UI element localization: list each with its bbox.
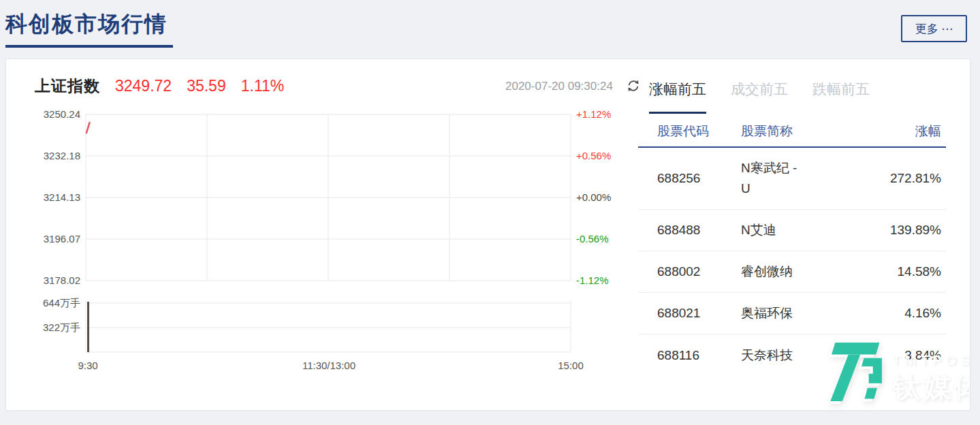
stock-code: 688488	[657, 220, 741, 240]
stock-name: 天奈科技	[741, 345, 806, 366]
refresh-icon[interactable]	[627, 79, 640, 93]
market-quotes-card: 上证指数 3249.72 35.59 1.11% 2020-07-20 09:3…	[5, 59, 970, 411]
x-tick-open: 9:30	[78, 360, 97, 371]
percent-tick: +0.56%	[576, 150, 611, 161]
stock-code: 688256	[657, 168, 741, 189]
table-row[interactable]: 688488 N艾迪 139.89%	[638, 210, 946, 251]
price-tick: 3214.13	[44, 191, 80, 203]
ranking-tabs: 涨幅前五 成交前五 跌幅前五	[649, 80, 870, 114]
index-value: 3249.72	[115, 77, 172, 95]
stock-change: 139.89%	[890, 220, 941, 240]
column-header-code: 股票代码	[657, 123, 741, 140]
table-row[interactable]: 688116 天奈科技 3.84%	[638, 334, 946, 376]
more-button-label: 更多 ⋯	[915, 21, 953, 37]
price-tick: 3178.02	[44, 274, 80, 286]
table-row[interactable]: 688256 N寒武纪 - U 272.81%	[638, 148, 946, 210]
index-intraday-chart: 3250.24 3232.18 3214.13 3196.07 3178.02 …	[6, 100, 626, 386]
table-row[interactable]: 688002 睿创微纳 14.58%	[638, 251, 946, 293]
quote-timestamp: 2020-07-20 09:30:24	[505, 80, 613, 93]
price-tick: 3196.07	[44, 233, 80, 245]
x-tick-close: 15:00	[558, 360, 584, 371]
price-tick: 3250.24	[44, 108, 80, 120]
table-row[interactable]: 688021 奥福环保 4.16%	[638, 293, 946, 334]
page-title: 科创板市场行情	[5, 12, 168, 36]
volume-bar	[87, 302, 89, 352]
percent-tick: +1.12%	[576, 108, 611, 120]
price-tick: 3232.18	[44, 150, 80, 161]
stock-name: N艾迪	[741, 220, 806, 240]
page-header: 科创板市场行情 更多 ⋯	[5, 10, 975, 53]
percent-tick: -1.12%	[576, 274, 609, 286]
x-tick-noon: 11:30/13:00	[302, 360, 355, 371]
column-header-name: 股票简称	[741, 123, 806, 140]
stock-change: 3.84%	[904, 345, 941, 366]
stock-code: 688021	[657, 303, 741, 324]
stock-name: 奥福环保	[741, 303, 806, 324]
gainers-table: 股票代码 股票简称 涨幅 688256 N寒武纪 - U 272.81% 688…	[638, 121, 946, 376]
volume-tick: 644万手	[43, 297, 80, 309]
percent-tick: -0.56%	[576, 233, 609, 245]
more-button[interactable]: 更多 ⋯	[901, 15, 967, 42]
index-change: 35.59	[187, 77, 226, 95]
percent-tick: +0.00%	[576, 191, 611, 203]
page-title-underline: 科创板市场行情	[5, 10, 173, 48]
stock-name: 睿创微纳	[741, 262, 806, 282]
index-name: 上证指数	[35, 76, 100, 97]
index-change-percent: 1.11%	[241, 77, 285, 95]
tab-top-volume[interactable]: 成交前五	[731, 80, 788, 114]
volume-tick: 322万手	[43, 321, 80, 333]
table-header-row: 股票代码 股票简称 涨幅	[638, 121, 946, 148]
stock-code: 688116	[657, 345, 741, 366]
stock-change: 4.16%	[904, 303, 941, 324]
tab-top-gainers[interactable]: 涨幅前五	[649, 80, 706, 114]
stock-change: 14.58%	[898, 262, 941, 282]
stock-change: 272.81%	[890, 168, 941, 189]
index-summary: 上证指数 3249.72 35.59 1.11%	[35, 76, 284, 97]
stock-name: N寒武纪 - U	[741, 158, 806, 199]
stock-code: 688002	[657, 262, 741, 282]
price-line	[86, 123, 90, 133]
column-header-change: 涨幅	[915, 123, 941, 140]
tab-top-losers[interactable]: 跌幅前五	[812, 80, 870, 114]
